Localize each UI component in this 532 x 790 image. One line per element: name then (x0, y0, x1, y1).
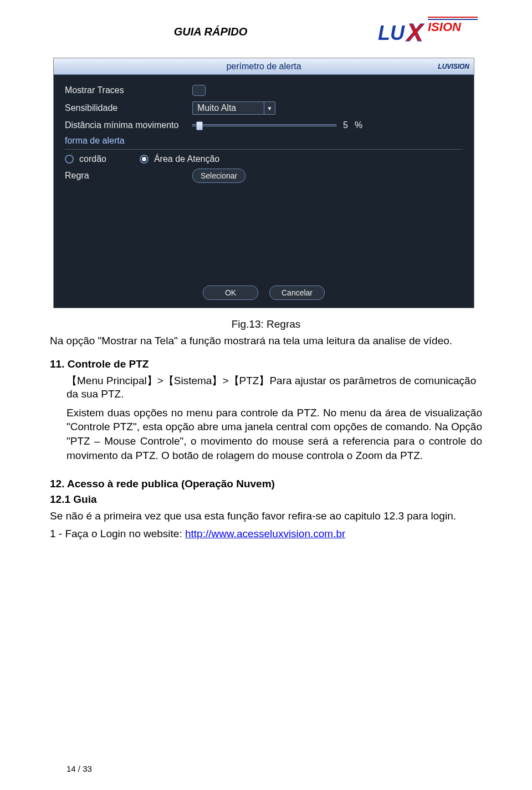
paragraph-3: Se não é a primeira vez que usa esta fun… (50, 509, 482, 523)
bc-menu: Menu Principal (77, 375, 147, 386)
svg-text:ISION: ISION (428, 20, 462, 34)
header-title: GUIA RÁPIDO (50, 26, 371, 38)
svg-text:LU: LU (378, 22, 405, 44)
page-header: GUIA RÁPIDO LU X ISION (50, 17, 482, 47)
bracket-close-1: 】 (147, 375, 157, 386)
separator (65, 149, 463, 150)
login-prefix: 1 - Faça o Login no website: (50, 528, 185, 539)
radio-area[interactable] (140, 155, 149, 164)
login-link[interactable]: http://www.acesseluxvision.com.br (185, 528, 345, 539)
luxvision-logo-icon: LU X ISION (377, 17, 482, 44)
radio-area-label: Área de Atenção (154, 154, 219, 164)
dvr-body: Mostrar Traces Sensibilidade Muito Alta … (54, 75, 474, 308)
section-12-title: 12. Acesso à rede publica (Operação Nuve… (50, 478, 482, 490)
label-sensitivity: Sensibilidade (65, 103, 192, 113)
bracket-open-3: 【 (229, 375, 239, 386)
figure-caption: Fig.13: Regras (50, 318, 482, 330)
svg-rect-4 (428, 19, 478, 20)
paragraph-2: Existem duas opções no menu para control… (66, 406, 482, 463)
logo: LU X ISION (371, 17, 482, 47)
page-number: 14 / 33 (66, 764, 92, 773)
cancel-button-label: Cancelar (282, 288, 313, 297)
dvr-window-title: perímetro de alerta (226, 62, 301, 72)
ok-button-label: OK (225, 288, 236, 297)
slider-unit: % (355, 120, 362, 130)
select-rule-button[interactable]: Selecionar (192, 169, 245, 183)
checkbox-traces[interactable] (192, 85, 206, 96)
breadcrumb: 【Menu Principal】>【Sistema】>【PTZ】Para aju… (66, 374, 482, 400)
select-sensitivity[interactable]: Muito Alta ▼ (192, 101, 275, 115)
label-rule: Regra (65, 171, 192, 181)
paragraph-1: Na opção "Mostrar na Tela" a função most… (50, 334, 482, 348)
bracket-open-2: 【 (163, 375, 174, 386)
select-sensitivity-value: Muito Alta (197, 103, 236, 113)
radio-cord-label: cordão (79, 154, 106, 164)
select-rule-button-label: Selecionar (201, 171, 237, 180)
slider-value: 5 (343, 120, 348, 130)
svg-rect-3 (428, 17, 478, 18)
svg-text:X: X (405, 19, 424, 44)
ok-button[interactable]: OK (203, 286, 258, 300)
section-11-title: 11. Controle de PTZ (50, 358, 482, 370)
label-min-distance: Distância mínima movimento (65, 120, 192, 130)
bc-ptz: PTZ (239, 375, 259, 386)
login-line: 1 - Faça o Login no website: http://www.… (50, 527, 482, 541)
section-12-1-title: 12.1 Guia (50, 493, 482, 506)
label-traces: Mostrar Traces (65, 85, 192, 95)
bracket-open-1: 【 (66, 375, 77, 386)
bracket-close-3: 】 (259, 375, 269, 386)
bc-sistema: Sistema (174, 375, 212, 386)
dvr-brand: LUVISION (438, 63, 469, 70)
dvr-window: perímetro de alerta LUVISION Mostrar Tra… (53, 58, 474, 308)
dvr-titlebar: perímetro de alerta LUVISION (54, 58, 474, 75)
cancel-button[interactable]: Cancelar (269, 286, 325, 300)
radio-cord[interactable] (65, 155, 74, 164)
chevron-down-icon: ▼ (264, 102, 275, 114)
slider-min-distance[interactable] (192, 124, 336, 126)
slider-thumb-icon[interactable] (196, 121, 203, 130)
bracket-close-2: 】 (212, 375, 222, 386)
label-alert-form: forma de alerta (65, 136, 192, 146)
